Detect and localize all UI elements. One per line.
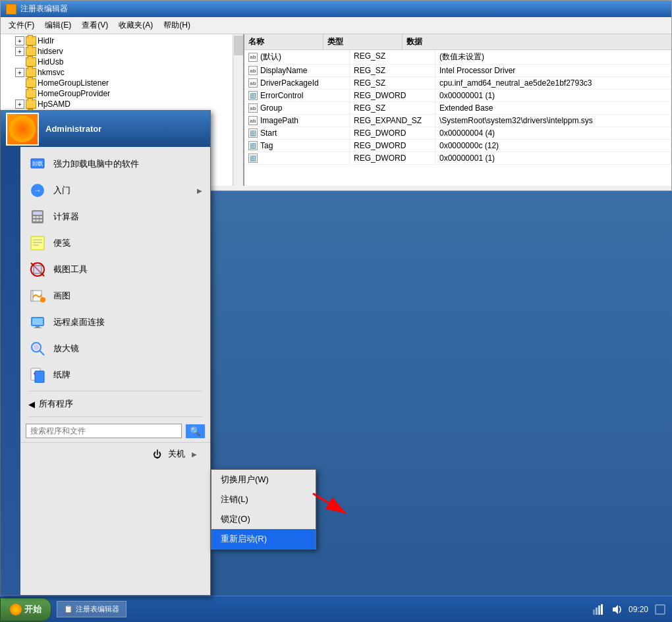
tree-item-homegroupprovider[interactable]: HomeGroupProvider [1,88,243,99]
start-menu-top: Administrator [1,111,210,147]
value-type-errorcontrol: REG_DWORD [350,90,435,101]
uninstall-icon: 卸载 [28,155,47,173]
tree-item-hidserv[interactable]: + hidserv [1,46,243,57]
value-row-tag[interactable]: 🔢 Tag REG_DWORD 0x0000000c (12) [244,140,671,152]
windows-logo-icon [10,604,22,615]
values-panel: 名称 类型 数据 ab (默认) REG_SZ (数值未设置) ab Displ… [244,34,671,186]
tree-item-homegrouplistener[interactable]: HomeGroupListener [1,78,243,88]
show-desktop-icon[interactable] [654,603,667,616]
value-row-imagepath[interactable]: ab ImagePath REG_EXPAND_SZ \SystemRoot\s… [244,115,671,127]
start-menu-magnifier[interactable]: 放大镜 [20,335,210,362]
paint-label: 画图 [53,290,70,302]
svg-rect-39 [656,605,665,614]
svg-rect-9 [33,219,36,221]
taskbar-app-label: 注册表编辑器 [76,604,119,614]
start-menu-notes[interactable]: 便笺 [20,230,210,256]
dword-icon-extra: 🔢 [248,154,258,163]
power-logout[interactable]: 注销(L) [211,490,316,509]
tree-label-homegrouplistener: HomeGroupListener [38,78,109,88]
start-menu-right: 卸载 强力卸载电脑中的软件 → 入门 ▶ [20,147,210,595]
user-avatar [6,113,39,146]
tree-item-hidir[interactable]: + HidIr [1,36,243,46]
svg-rect-6 [33,216,36,218]
power-switch-user[interactable]: 切换用户(W) [211,470,316,490]
svg-rect-36 [598,606,600,615]
dword-icon-tag: 🔢 [248,141,258,150]
expander-hpsamd[interactable]: + [15,99,24,109]
dword-icon-errorcontrol: 🔢 [248,91,258,100]
all-programs-item[interactable]: ◀ 所有程序 [28,398,73,410]
intro-icon: → [28,181,47,200]
solitaire-icon: ♥ [28,366,47,384]
magnifier-label: 放大镜 [53,343,79,354]
ab-icon-default: ab [248,53,258,62]
menu-help[interactable]: 帮助(H) [158,18,196,32]
search-button[interactable]: 🔍 [186,424,205,438]
search-input[interactable] [26,424,182,438]
expander-hkmsvc[interactable]: + [15,68,24,77]
ab-icon-imagepath: ab [248,116,258,125]
menu-view[interactable]: 查看(V) [76,18,113,32]
svg-rect-25 [34,327,42,328]
tree-item-hidusb[interactable]: HidUsb [1,57,243,67]
ab-icon-displayname: ab [248,66,258,75]
power-restart[interactable]: 重新启动(R) [211,529,316,549]
value-row-driverpackageid[interactable]: ab DriverPackageId REG_SZ cpu.inf_amd64_… [244,77,671,90]
start-menu-calculator[interactable]: 计算器 [20,204,210,230]
start-menu-remote[interactable]: 远程桌面连接 [20,309,210,335]
folder-icon-homegroupprovider [26,89,36,98]
expander-hidir[interactable]: + [15,36,24,45]
menu-favorites[interactable]: 收藏夹(A) [113,18,158,32]
speaker-icon[interactable] [610,603,623,616]
value-row-group[interactable]: ab Group REG_SZ Extended Base [244,102,671,115]
solitaire-label: 纸牌 [53,369,70,381]
values-header: 名称 类型 数据 [244,34,671,50]
uninstall-label: 强力卸载电脑中的软件 [53,158,139,170]
search-separator [28,416,202,417]
intro-label: 入门 [53,184,70,196]
start-menu-solitaire[interactable]: ♥ 纸牌 [20,362,210,388]
magnifier-icon [28,339,47,358]
power-lock[interactable]: 锁定(O) [211,509,316,529]
tree-scrollbar[interactable] [233,34,243,186]
all-programs-arrow-icon: ◀ [28,399,35,409]
value-type-start: REG_DWORD [350,127,435,139]
taskbar-right: 09:20 [586,603,672,616]
tree-label-hidir: HidIr [38,36,54,45]
ab-icon-driverpackageid: ab [248,78,258,88]
menu-file[interactable]: 文件(F) [3,18,40,32]
remote-icon [28,313,47,331]
intro-arrow: ▶ [197,187,202,194]
svg-rect-11 [40,219,42,221]
value-row-default[interactable]: ab (默认) REG_SZ (数值未设置) [244,50,671,65]
start-menu-paint[interactable]: 画图 [20,283,210,309]
value-row-displayname[interactable]: ab DisplayName REG_SZ Intel Processor Dr… [244,65,671,77]
notes-label: 便笺 [53,237,70,249]
taskbar-registry-app[interactable]: 📋 注册表编辑器 [57,601,126,617]
value-name-default: ab (默认) [244,50,350,64]
start-menu-intro[interactable]: → 入门 ▶ [20,177,210,204]
start-menu-uninstall[interactable]: 卸载 强力卸载电脑中的软件 [20,151,210,177]
value-row-start[interactable]: 🔢 Start REG_DWORD 0x00000004 (4) [244,127,671,140]
value-row-extra[interactable]: 🔢 REG_DWORD 0x00000001 (1) [244,152,671,165]
start-label: 开始 [24,604,42,615]
expander-hidserv[interactable]: + [15,47,24,56]
start-menu-snipping[interactable]: 截图工具 [20,256,210,283]
taskbar-app-icon: 📋 [64,605,73,613]
start-button[interactable]: 开始 [0,598,51,621]
svg-line-27 [40,351,44,355]
tree-item-hkmsvc[interactable]: + hkmsvc [1,67,243,78]
power-arrow: ▶ [192,451,197,458]
network-icon[interactable] [592,603,605,616]
value-data-displayname: Intel Processor Driver [435,65,671,76]
value-type-extra: REG_DWORD [350,152,435,164]
value-data-default: (数值未设置) [435,50,671,64]
value-name-tag: 🔢 Tag [244,140,350,152]
power-button[interactable]: ⏻ 关机 ▶ [148,445,202,463]
tree-item-hpsamd[interactable]: + HpSAMD [1,99,243,109]
value-type-displayname: REG_SZ [350,65,435,76]
snipping-label: 截图工具 [53,264,88,275]
menu-edit[interactable]: 编辑(E) [40,18,76,32]
value-row-errorcontrol[interactable]: 🔢 ErrorControl REG_DWORD 0x00000001 (1) [244,90,671,102]
svg-rect-20 [31,291,33,301]
